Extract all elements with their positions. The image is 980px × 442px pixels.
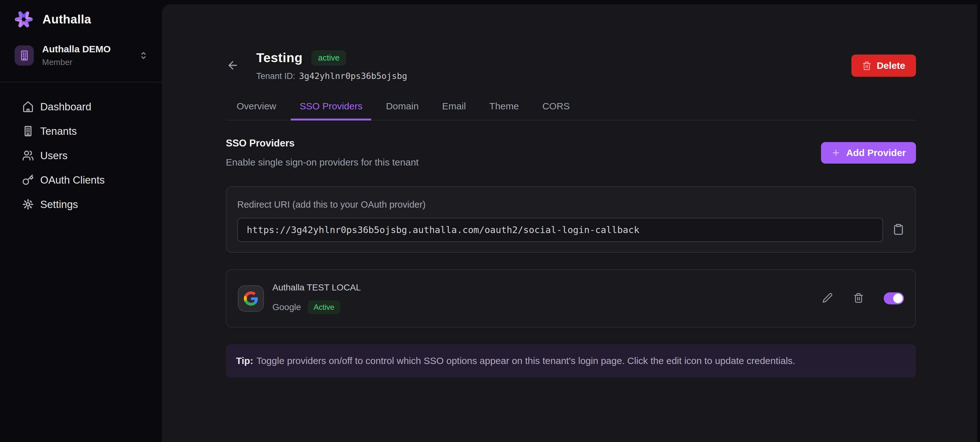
app-root: Authalla Authalla DEMO Member [0, 0, 980, 442]
key-icon [22, 174, 34, 186]
sidebar-item-dashboard[interactable]: Dashboard [0, 94, 162, 119]
pencil-icon [822, 293, 833, 303]
provider-row: Authalla TEST LOCAL Google Active [226, 269, 916, 327]
delete-button-label: Delete [877, 60, 905, 71]
page-header: Testing active Tenant ID: 3g42yhlnr0ps36… [226, 50, 916, 81]
sidebar: Authalla Authalla DEMO Member [0, 0, 162, 442]
main-panel: Testing active Tenant ID: 3g42yhlnr0ps36… [162, 4, 980, 442]
sidebar-item-label: Users [40, 150, 67, 162]
chevrons-up-down-icon [138, 50, 148, 61]
provider-logo-tile [238, 286, 264, 312]
authalla-logo-icon [13, 9, 34, 30]
sidebar-item-users[interactable]: Users [0, 143, 162, 168]
tenant-tabs: Overview SSO Providers Domain Email Them… [226, 101, 916, 120]
gear-icon [22, 198, 34, 210]
title-block: Testing active Tenant ID: 3g42yhlnr0ps36… [256, 50, 407, 81]
sidebar-item-label: Dashboard [40, 101, 91, 113]
tab-sso-providers[interactable]: SSO Providers [291, 101, 371, 120]
workspace-info: Authalla DEMO Member [42, 44, 111, 67]
provider-type: Google [272, 302, 301, 312]
workspace-role: Member [42, 57, 111, 67]
sidebar-item-label: Tenants [40, 125, 77, 137]
google-icon [244, 291, 258, 306]
tab-overview[interactable]: Overview [228, 101, 285, 120]
sso-section-header: SSO Providers Enable single sign-on prov… [226, 137, 916, 168]
provider-enabled-toggle[interactable] [884, 292, 904, 305]
sidebar-item-settings[interactable]: Settings [0, 192, 162, 217]
redirect-uri-label: Redirect URI (add this to your OAuth pro… [237, 199, 905, 210]
tab-cors[interactable]: CORS [533, 101, 579, 120]
trash-icon [853, 293, 864, 303]
edit-provider-button[interactable] [822, 293, 833, 304]
building-icon [19, 50, 30, 61]
sidebar-item-label: OAuth Clients [40, 174, 105, 186]
redirect-uri-value[interactable]: https://3g42yhlnr0ps36b5ojsbg.authalla.c… [237, 218, 883, 242]
brand: Authalla [0, 0, 162, 30]
delete-tenant-button[interactable]: Delete [851, 54, 916, 77]
tenant-id-label: Tenant ID: [256, 71, 295, 81]
workspace-avatar [14, 45, 34, 65]
copy-uri-button[interactable] [892, 223, 905, 236]
tip-banner: Tip:Toggle providers on/off to control w… [226, 344, 916, 378]
sidebar-item-label: Settings [40, 198, 78, 211]
home-icon [22, 101, 34, 113]
sidebar-item-tenants[interactable]: Tenants [0, 119, 162, 143]
tenant-id-value: 3g42yhlnr0ps36b5ojsbg [299, 71, 407, 81]
arrow-left-icon [226, 59, 239, 72]
page-title: Testing [256, 50, 302, 65]
trash-icon [862, 61, 871, 70]
add-provider-button[interactable]: Add Provider [821, 142, 916, 164]
section-title: SSO Providers [226, 137, 419, 149]
clipboard-icon [892, 223, 904, 235]
add-provider-label: Add Provider [846, 147, 906, 158]
status-badge: active [311, 50, 346, 65]
sidebar-item-oauth-clients[interactable]: OAuth Clients [0, 168, 162, 192]
workspace-switcher[interactable]: Authalla DEMO Member [14, 44, 148, 67]
tip-text: Toggle providers on/off to control which… [256, 356, 795, 366]
provider-actions [822, 292, 904, 305]
sidebar-nav: Dashboard Tenants Users [0, 94, 162, 217]
tab-theme[interactable]: Theme [480, 101, 528, 120]
section-subtitle: Enable single sign-on providers for this… [226, 157, 419, 168]
building-icon [22, 125, 34, 137]
tenant-id-row: Tenant ID: 3g42yhlnr0ps36b5ojsbg [256, 71, 407, 81]
provider-info: Authalla TEST LOCAL Google Active [272, 282, 361, 314]
tenant-detail-content: Testing active Tenant ID: 3g42yhlnr0ps36… [226, 4, 916, 378]
delete-provider-button[interactable] [853, 293, 864, 304]
plus-icon [831, 148, 841, 158]
users-icon [22, 150, 34, 161]
workspace-name: Authalla DEMO [42, 44, 111, 54]
tab-email[interactable]: Email [433, 101, 475, 120]
screen-edge [977, 0, 980, 442]
toggle-knob [893, 294, 903, 303]
sidebar-divider [0, 82, 162, 83]
redirect-uri-card: Redirect URI (add this to your OAuth pro… [226, 186, 916, 253]
provider-status-badge: Active [308, 300, 340, 314]
tip-label: Tip: [236, 356, 253, 366]
back-button[interactable] [226, 59, 240, 73]
provider-name: Authalla TEST LOCAL [272, 282, 361, 293]
brand-name: Authalla [43, 13, 91, 26]
tab-domain[interactable]: Domain [377, 101, 427, 120]
